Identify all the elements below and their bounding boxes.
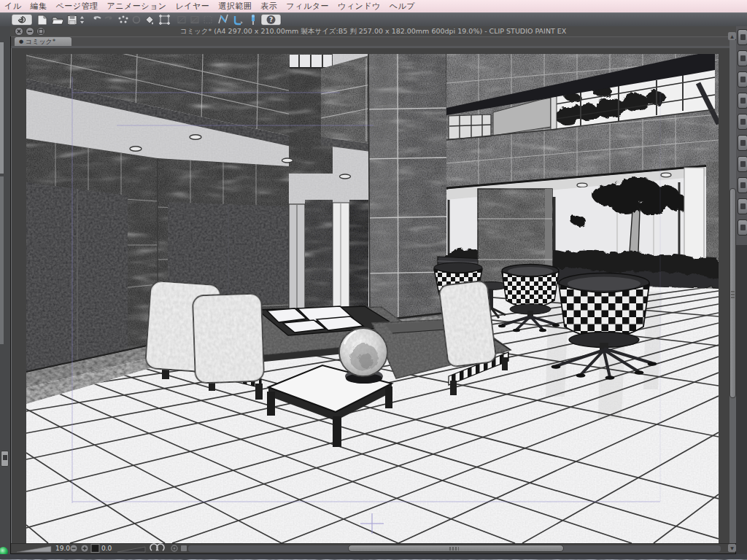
menu-help[interactable]: ヘルプ	[385, 1, 419, 12]
palette-button[interactable]	[738, 71, 747, 88]
document-tab[interactable]: ● コミック*	[15, 37, 71, 46]
palette-button[interactable]	[738, 93, 747, 109]
disabled-grid-2-icon[interactable]	[191, 17, 198, 23]
snap-circle-icon[interactable]	[133, 17, 140, 23]
menu-layer[interactable]: レイヤー	[171, 1, 214, 12]
glass-sphere	[339, 328, 387, 384]
menu-page[interactable]: ページ管理	[52, 1, 103, 12]
menu-filter[interactable]: フィルター	[282, 1, 333, 12]
redo-icon[interactable]	[105, 17, 112, 19]
vertical-scrollbar-grip	[731, 290, 735, 298]
sofa-cushion	[438, 280, 496, 367]
document-title: コミック* (A4 297.00 x 210.00mm 製本サイズ:B5 判 2…	[10, 26, 736, 36]
palette-button[interactable]	[738, 177, 747, 193]
palette-button[interactable]	[738, 135, 747, 151]
rotate-slider[interactable]	[117, 547, 145, 552]
marble-column	[368, 54, 449, 334]
toolbar: ?	[0, 12, 747, 26]
sofa-cushion	[193, 293, 264, 383]
left-strip-button[interactable]	[1, 451, 9, 467]
palette-button[interactable]	[738, 156, 747, 172]
pen-tool-blue-icon[interactable]	[219, 15, 228, 23]
left-palette-edge	[0, 26, 10, 554]
menu-view[interactable]: 表示	[256, 1, 282, 12]
scene-lobby-illustration	[26, 54, 719, 543]
disabled-grid-1-icon[interactable]	[178, 17, 185, 23]
scroll-up-button[interactable]: ▲	[728, 32, 736, 40]
save-file-icon[interactable]	[68, 16, 77, 25]
mezzanine-window	[449, 114, 491, 139]
zoom-in-button[interactable]	[81, 545, 88, 552]
menu-window[interactable]: ウィンドウ	[333, 1, 385, 12]
disabled-frame-icon[interactable]	[204, 17, 212, 23]
svg-text:?: ?	[269, 16, 273, 23]
curve-tool-blue-icon[interactable]	[235, 16, 243, 24]
status-mini-button[interactable]	[181, 545, 187, 551]
rotation-value: 0.0	[101, 543, 112, 553]
left-palette-segment	[0, 176, 4, 344]
menu-edit[interactable]: 編集	[26, 1, 52, 12]
menu-selection[interactable]: 選択範囲	[214, 1, 256, 12]
canvas-top-edge	[11, 46, 735, 48]
palette-button[interactable]	[738, 219, 747, 236]
save-stepper-icon[interactable]	[80, 16, 84, 24]
canvas-page[interactable]	[26, 54, 719, 543]
transform-frame-icon[interactable]	[160, 15, 170, 25]
horizontal-scrollbar-grip	[449, 547, 459, 551]
undo-icon[interactable]	[94, 17, 101, 19]
scroll-down-button[interactable]: ▼	[728, 544, 736, 552]
palette-button[interactable]	[738, 198, 747, 214]
fill-tool-icon[interactable]	[146, 16, 153, 25]
tab-modified-dot: ●	[19, 39, 23, 44]
palette-button[interactable]	[738, 114, 747, 130]
zoom-slider[interactable]	[17, 546, 51, 552]
tab-bar	[11, 36, 735, 46]
menu-bar: イル 編集 ページ管理 アニメーション レイヤー 選択範囲 表示 フィルター ウ…	[0, 0, 747, 12]
object-dots-icon[interactable]	[119, 16, 128, 23]
menu-file[interactable]: イル	[0, 1, 26, 12]
left-palette-segment	[0, 42, 4, 174]
palette-button[interactable]	[738, 29, 747, 45]
palette-button[interactable]	[738, 50, 747, 66]
new-document-icon[interactable]	[38, 15, 47, 25]
desktop-strip	[0, 554, 747, 560]
reset-gear-icon[interactable]	[171, 545, 177, 551]
menu-animation[interactable]: アニメーション	[103, 1, 171, 12]
zoom-out-button[interactable]	[70, 545, 77, 552]
zoom-value: 19.0	[55, 543, 70, 553]
fit-screen-button[interactable]	[91, 545, 99, 553]
pin-tool-blue-icon[interactable]	[252, 15, 255, 25]
open-file-icon[interactable]	[53, 18, 64, 24]
